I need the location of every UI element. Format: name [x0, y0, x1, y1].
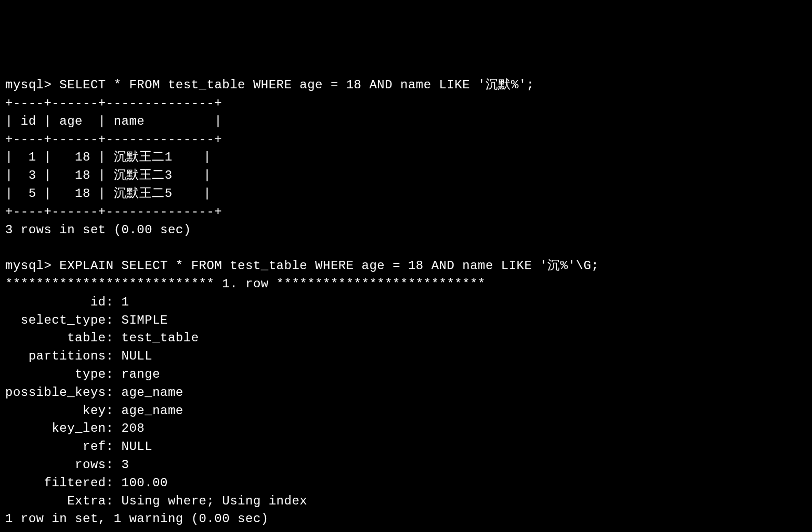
explain-field: key_len: 208: [5, 421, 145, 435]
result-summary: 1 row in set, 1 warning (0.00 sec): [5, 512, 269, 526]
explain-field: table: test_table: [5, 331, 199, 345]
sql-statement: EXPLAIN SELECT * FROM test_table WHERE a…: [59, 259, 599, 273]
table-row: | 1 | 18 | 沉默王二1 |: [5, 150, 211, 164]
mysql-prompt: mysql>: [5, 259, 59, 273]
explain-field: possible_keys: age_name: [5, 385, 184, 400]
table-border: +----+------+--------------+: [5, 132, 222, 147]
table-row: | 5 | 18 | 沉默王二5 |: [5, 187, 211, 201]
table-header: | id | age | name |: [5, 114, 222, 128]
table-border: +----+------+--------------+: [5, 205, 222, 219]
explain-field: key: age_name: [5, 404, 184, 418]
terminal-output: mysql> SELECT * FROM test_table WHERE ag…: [5, 76, 807, 528]
explain-field: select_type: SIMPLE: [5, 313, 168, 327]
query1-line: mysql> SELECT * FROM test_table WHERE ag…: [5, 78, 534, 92]
table-row: | 3 | 18 | 沉默王二3 |: [5, 168, 211, 182]
table-border: +----+------+--------------+: [5, 96, 222, 110]
explain-field: ref: NULL: [5, 440, 152, 454]
mysql-prompt: mysql>: [5, 78, 59, 92]
result-summary: 3 rows in set (0.00 sec): [5, 223, 191, 237]
explain-field: type: range: [5, 367, 160, 381]
explain-field: id: 1: [5, 295, 129, 309]
explain-field: Extra: Using where; Using index: [5, 494, 307, 508]
sql-statement: SELECT * FROM test_table WHERE age = 18 …: [59, 78, 534, 92]
explain-field: partitions: NULL: [5, 349, 152, 363]
explain-field: rows: 3: [5, 458, 129, 472]
query2-line: mysql> EXPLAIN SELECT * FROM test_table …: [5, 259, 599, 273]
explain-field: filtered: 100.00: [5, 476, 168, 490]
explain-row-header: *************************** 1. row *****…: [5, 277, 486, 291]
